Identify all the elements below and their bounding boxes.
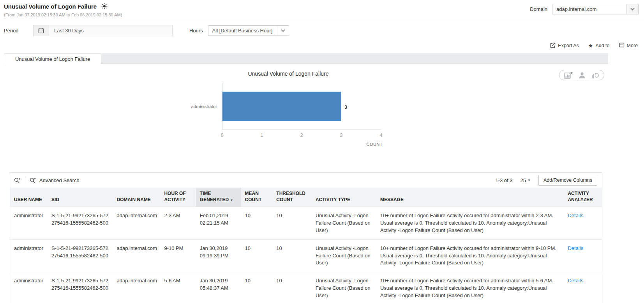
bar-value-label: 3: [344, 105, 347, 110]
chevron-down-icon: [277, 26, 289, 35]
x-tick-label: 0: [221, 133, 224, 138]
table-row: administrator S-1-5-21-992173265-5722754…: [10, 272, 602, 303]
cell-hour-of-activity: 5-6 AM: [160, 272, 196, 303]
more-button[interactable]: More: [619, 43, 638, 49]
add-chart-icon[interactable]: [564, 72, 573, 79]
export-icon: [550, 43, 556, 49]
hours-select[interactable]: All [Default Business Hour]: [208, 25, 289, 36]
tab-bar-empty-space: [101, 54, 608, 64]
cell-domain-name: adap.internal.com: [113, 272, 161, 303]
chart-section: Unusual Volume of Logon Failure: [4, 64, 608, 165]
x-tick-label: 1: [261, 133, 263, 138]
cell-mean-count: 10: [241, 207, 273, 240]
x-tick-label: 3: [340, 133, 343, 138]
col-time-generated[interactable]: TIME GENERATED ▼: [196, 188, 241, 207]
cell-time-generated: Jan 30,2019 05:48:37 AM: [196, 272, 241, 303]
top-header: Unusual Volume of Logon Failure (From Ja…: [0, 0, 644, 17]
caret-down-icon: ▼: [528, 179, 531, 182]
page-size-dropdown[interactable]: 25 ▼: [520, 177, 531, 183]
x-tick-label: 4: [380, 133, 383, 138]
cell-threshold-count: 10: [272, 207, 312, 240]
table-header-row: USER NAME SID DOMAIN NAME HOUR OF ACTIVI…: [10, 188, 602, 207]
chart-toolbar: [559, 70, 604, 80]
x-axis-ticks: 01234: [222, 133, 381, 139]
page-title: Unusual Volume of Logon Failure: [4, 3, 97, 10]
refresh-chart-icon[interactable]: [591, 72, 599, 79]
cell-time-generated: Jan 30,2019 09:19:39 PM: [196, 239, 241, 272]
col-hour-of-activity[interactable]: HOUR OF ACTIVITY: [160, 188, 196, 207]
details-link[interactable]: Details: [568, 245, 583, 251]
chevron-down-icon: [626, 4, 638, 14]
advanced-search-button[interactable]: Advanced Search: [30, 177, 79, 183]
hours-select-value: All [Default Business Hour]: [208, 28, 277, 34]
period-input[interactable]: Last 30 Days: [49, 25, 173, 36]
toolbar-divider: [25, 176, 25, 184]
export-as-button[interactable]: Export As: [550, 43, 579, 49]
domain-select-value: adap.internal.com: [552, 6, 600, 12]
chart-plot: administrator 3: [222, 83, 381, 130]
x-tick-label: 2: [300, 133, 303, 138]
cell-activity-type: Unusual Activity -Logon Failure Count (B…: [312, 239, 376, 272]
table-toolbar: Advanced Search 1-3 of 3 25 ▼ Add/Remove…: [10, 173, 602, 188]
star-icon: ★: [588, 43, 593, 48]
tab-unusual-volume-of-logon-failure[interactable]: Unusual Volume of Logon Failure: [4, 54, 101, 64]
cell-domain-name: adap.internal.com: [113, 207, 161, 240]
cell-sid: S-1-5-21-992173265-572275416-1555582462-…: [48, 272, 113, 303]
more-label: More: [627, 43, 638, 48]
results-table-card: Advanced Search 1-3 of 3 25 ▼ Add/Remove…: [10, 172, 602, 303]
cell-message: 10+ number of Logon Failure Activity occ…: [376, 207, 564, 240]
cell-mean-count: 10: [241, 239, 273, 272]
cell-activity-type: Unusual Activity -Logon Failure Count (B…: [312, 272, 376, 303]
column-search-icon[interactable]: [14, 177, 21, 183]
domain-label: Domain: [530, 6, 547, 12]
cell-hour-of-activity: 2-3 AM: [160, 207, 196, 240]
col-threshold-count[interactable]: THRESHOLD COUNT: [272, 188, 312, 207]
cell-sid: S-1-5-21-992173265-572275416-1555582462-…: [48, 207, 113, 240]
cell-threshold-count: 10: [272, 239, 312, 272]
calendar-icon[interactable]: [33, 25, 49, 36]
table-row: administrator S-1-5-21-992173265-5722754…: [10, 207, 602, 240]
details-link[interactable]: Details: [568, 278, 583, 284]
action-row: Export As ★ Add to More: [0, 37, 644, 50]
cell-message: 10+ number of Logon Failure Activity occ…: [376, 272, 564, 303]
details-link[interactable]: Details: [568, 213, 583, 218]
cell-time-generated: Feb 01,2019 02:21:15 AM: [196, 207, 241, 240]
user-analyzer-icon[interactable]: [579, 72, 586, 79]
cell-hour-of-activity: 9-10 PM: [160, 239, 196, 272]
cell-domain-name: adap.internal.com: [113, 239, 161, 272]
cell-threshold-count: 10: [272, 272, 312, 303]
col-activity-type[interactable]: ACTIVITY TYPE: [312, 188, 376, 207]
export-as-label: Export As: [558, 43, 579, 48]
period-label: Period: [4, 28, 33, 34]
advanced-search-label: Advanced Search: [39, 177, 79, 183]
sort-desc-icon: ▼: [230, 198, 233, 202]
table-row: administrator S-1-5-21-992173265-5722754…: [10, 239, 602, 272]
col-activity-analyzer[interactable]: ACTIVITY ANALYZER: [564, 188, 602, 207]
cell-sid: S-1-5-21-992173265-572275416-1555582462-…: [48, 239, 113, 272]
chart-title: Unusual Volume of Logon Failure: [171, 71, 405, 77]
col-sid[interactable]: SID: [48, 188, 113, 207]
hours-label: Hours: [189, 28, 203, 34]
add-to-button[interactable]: ★ Add to: [588, 43, 610, 48]
pagination-info: 1-3 of 3: [495, 177, 512, 183]
col-message[interactable]: MESSAGE: [376, 188, 564, 207]
chart-bar[interactable]: [222, 92, 341, 121]
x-axis-title: COUNT: [222, 142, 383, 147]
tab-bar: Unusual Volume of Logon Failure: [4, 53, 608, 64]
col-domain-name[interactable]: DOMAIN NAME: [113, 188, 161, 207]
cell-user-name: administrator: [10, 207, 48, 240]
results-table: USER NAME SID DOMAIN NAME HOUR OF ACTIVI…: [10, 188, 602, 303]
page: Unusual Volume of Logon Failure (From Ja…: [0, 0, 644, 303]
more-icon: [619, 43, 625, 49]
add-remove-columns-button[interactable]: Add/Remove Columns: [538, 175, 597, 186]
cell-user-name: administrator: [10, 239, 48, 272]
filter-row: Period Last 30 Days Hours All [Default B…: [0, 21, 644, 37]
domain-select[interactable]: adap.internal.com: [552, 4, 639, 14]
col-mean-count[interactable]: MEAN COUNT: [241, 188, 273, 207]
report-period-subtitle: (From Jan 07,2019 02:15:30 AM to Feb 06,…: [4, 12, 122, 17]
cell-message: 10+ number of Logon Failure Activity occ…: [376, 239, 564, 272]
sun-icon[interactable]: [101, 3, 108, 9]
add-to-label: Add to: [595, 43, 609, 48]
cell-user-name: administrator: [10, 272, 48, 303]
col-user-name[interactable]: USER NAME: [10, 188, 48, 207]
